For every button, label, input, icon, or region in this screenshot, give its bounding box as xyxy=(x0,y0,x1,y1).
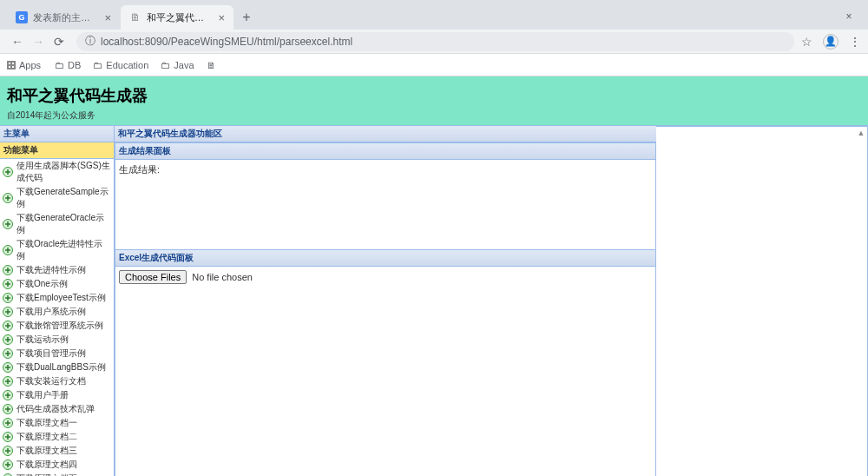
plus-icon xyxy=(3,307,13,317)
excel-panel-header: Excel生成代码面板 xyxy=(115,250,655,267)
site-info-icon[interactable]: ⓘ xyxy=(85,34,95,49)
main-menu-header[interactable]: 主菜单 xyxy=(0,126,114,142)
menu-item[interactable]: 下载安装运行文档 xyxy=(0,374,114,388)
menu-item-label: 下载用户系统示例 xyxy=(16,306,86,318)
bookmarks-bar: Apps 🗀 DB 🗀 Education 🗀 Java 🗎 xyxy=(0,54,868,76)
plus-icon xyxy=(3,265,13,275)
right-column: ▲ xyxy=(656,126,868,476)
folder-icon: 🗀 xyxy=(93,60,102,70)
excel-panel-body: Choose Files No file chosen xyxy=(115,267,655,476)
profile-icon[interactable]: 👤 xyxy=(823,34,838,50)
menu-item-label: 下载Oracle先进特性示例 xyxy=(16,238,111,262)
folder-icon: 🗀 xyxy=(161,60,170,70)
scroll-up-icon[interactable]: ▲ xyxy=(855,127,867,139)
result-panel-body: 生成结果: xyxy=(115,160,655,249)
nav-back-button[interactable]: ← xyxy=(7,31,28,52)
apps-grid-icon xyxy=(7,61,16,69)
menu-item-label: 下载运动示例 xyxy=(16,334,69,346)
excel-panel: Excel生成代码面板 Choose Files No file chosen xyxy=(115,250,656,476)
nav-reload-button[interactable]: ⟳ xyxy=(49,31,69,52)
menu-item[interactable]: 使用生成器脚本(SGS)生成代码 xyxy=(0,159,114,185)
plus-icon xyxy=(3,459,13,470)
menu-item[interactable]: 下载EmployeeTest示例 xyxy=(0,291,114,305)
browser-tab-0[interactable]: G 发表新的主题 - ITeye论坛 × xyxy=(7,5,120,30)
menu-item-label: 下载原理文档二 xyxy=(16,431,77,443)
menu-item-label: 下载GenerateOracle示例 xyxy=(16,212,111,236)
menu-item[interactable]: 代码生成器技术乱弹 xyxy=(0,402,114,416)
menu-item[interactable]: 下载DualLangBBS示例 xyxy=(0,360,114,374)
tab-title: 发表新的主题 - ITeye论坛 xyxy=(33,11,99,24)
menu-item[interactable]: 下载原理文档一 xyxy=(0,416,114,430)
result-label: 生成结果: xyxy=(119,164,160,175)
bookmark-education[interactable]: 🗀 Education xyxy=(93,60,148,70)
page-header: 和平之翼代码生成器 自2014年起为公众服务 xyxy=(0,76,868,125)
browser-tab-1[interactable]: 和平之翼代码生成器SME × xyxy=(121,5,233,30)
tab-favicon-iteye: G xyxy=(16,11,28,23)
plus-icon xyxy=(3,279,13,289)
menu-item-label: 下载One示例 xyxy=(16,278,68,290)
menu-item[interactable]: 下载旅馆管理系统示例 xyxy=(0,319,114,333)
menu-item[interactable]: 下载One示例 xyxy=(0,277,114,291)
url-input[interactable]: ⓘ localhost:8090/PeaceWingSMEU/html/pars… xyxy=(76,32,794,51)
plus-icon xyxy=(3,446,13,456)
new-tab-button[interactable]: + xyxy=(234,5,259,30)
menu-item[interactable]: 下载原理文档三 xyxy=(0,444,114,458)
plus-icon xyxy=(3,167,13,177)
tab-close-icon[interactable]: × xyxy=(104,11,111,24)
menu-item-label: 下载项目管理示例 xyxy=(16,347,86,360)
browser-menu-icon[interactable]: ⋮ xyxy=(849,35,861,49)
browser-tab-strip: G 发表新的主题 - ITeye论坛 × 和平之翼代码生成器SME × + × xyxy=(0,0,868,30)
menu-item-label: 下载原理文档一 xyxy=(16,417,77,429)
region-header: 和平之翼代码生成器功能区 xyxy=(115,126,656,142)
bookmark-java[interactable]: 🗀 Java xyxy=(161,60,194,70)
menu-item-label: 下载DualLangBBS示例 xyxy=(16,361,106,374)
menu-item[interactable]: 下载运动示例 xyxy=(0,333,114,347)
url-text: localhost:8090/PeaceWingSMEU/html/parsee… xyxy=(101,36,352,48)
menu-item-label: 下载先进特性示例 xyxy=(16,264,86,276)
menu-item[interactable]: 下载原理文档五 xyxy=(0,472,114,476)
sidebar: 主菜单 功能菜单 使用生成器脚本(SGS)生成代码下载GenerateSampl… xyxy=(0,126,115,476)
file-chosen-label: No file chosen xyxy=(192,272,253,282)
menu-item[interactable]: 下载原理文档二 xyxy=(0,430,114,444)
apps-button[interactable]: Apps xyxy=(7,60,41,70)
func-menu-header[interactable]: 功能菜单 xyxy=(0,142,114,159)
menu-item-label: 代码生成器技术乱弹 xyxy=(16,403,95,415)
menu-item-label: 下载EmployeeTest示例 xyxy=(16,292,106,304)
menu-item[interactable]: 下载原理文档四 xyxy=(0,458,114,472)
bookmark-db[interactable]: 🗀 DB xyxy=(55,60,81,70)
menu-item[interactable]: 下载项目管理示例 xyxy=(0,347,114,360)
menu-item[interactable]: 下载Oracle先进特性示例 xyxy=(0,237,114,263)
menu-list: 使用生成器脚本(SGS)生成代码下载GenerateSample示例下载Gene… xyxy=(0,159,114,476)
choose-files-button[interactable]: Choose Files xyxy=(119,270,187,284)
plus-icon xyxy=(3,418,13,428)
plus-icon xyxy=(3,293,13,303)
plus-icon xyxy=(3,348,13,359)
plus-icon xyxy=(3,362,13,373)
menu-item-label: 使用生成器脚本(SGS)生成代码 xyxy=(16,160,111,184)
menu-item[interactable]: 下载GenerateOracle示例 xyxy=(0,211,114,237)
window-close-button[interactable]: × xyxy=(830,3,868,30)
result-panel-header: 生成结果面板 xyxy=(115,143,655,160)
menu-item[interactable]: 下载GenerateSample示例 xyxy=(0,185,114,211)
bookmark-star-icon[interactable]: ☆ xyxy=(801,35,812,49)
plus-icon xyxy=(3,321,13,331)
plus-icon xyxy=(3,404,13,414)
menu-item-label: 下载原理文档三 xyxy=(16,445,77,457)
menu-item[interactable]: 下载用户系统示例 xyxy=(0,305,114,319)
menu-item-label: 下载用户手册 xyxy=(16,389,69,401)
plus-icon xyxy=(3,376,13,387)
plus-icon xyxy=(3,219,13,229)
tab-close-icon[interactable]: × xyxy=(218,11,225,24)
bookmark-label: Java xyxy=(174,60,194,70)
menu-item[interactable]: 下载用户手册 xyxy=(0,388,114,402)
page-subtitle: 自2014年起为公众服务 xyxy=(7,109,861,122)
nav-forward-button[interactable]: → xyxy=(28,31,49,52)
bookmark-doc[interactable]: 🗎 xyxy=(207,60,220,70)
bookmark-label: Education xyxy=(106,60,148,70)
document-icon: 🗎 xyxy=(207,60,216,70)
menu-item[interactable]: 下载先进特性示例 xyxy=(0,263,114,277)
window-controls: × xyxy=(830,3,868,30)
result-panel: 生成结果面板 生成结果: xyxy=(115,142,656,250)
plus-icon xyxy=(3,432,13,442)
plus-icon xyxy=(3,390,13,400)
